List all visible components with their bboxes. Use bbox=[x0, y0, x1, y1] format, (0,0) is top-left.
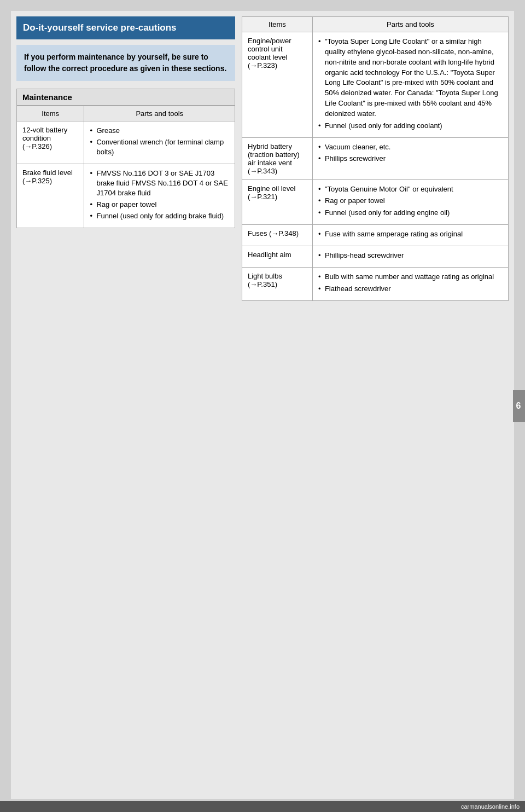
left-maintenance-table: Items Parts and tools 12-volt battery co… bbox=[16, 106, 235, 228]
table-row: FMVSS No.116 DOT 3 or SAE J1703 brake fl… bbox=[84, 164, 235, 228]
table-row: Engine/power control unit coolant level … bbox=[242, 32, 313, 138]
left-col2-header: Parts and tools bbox=[84, 106, 235, 121]
notice-text: If you perform maintenance by yourself, … bbox=[16, 45, 235, 81]
table-row: Fuse with same amperage rating as origin… bbox=[312, 225, 508, 246]
left-col1-header: Items bbox=[17, 106, 84, 121]
table-row: Light bulbs (→P.351) bbox=[242, 267, 313, 300]
section-title: Do-it-yourself service pre-cautions bbox=[16, 16, 235, 39]
table-row: Headlight aim bbox=[242, 246, 313, 267]
table-row: Bulb with same number and wattage rating… bbox=[312, 267, 508, 300]
right-col1-header: Items bbox=[242, 17, 313, 32]
section-number: 6 bbox=[513, 390, 525, 422]
right-col2-header: Parts and tools bbox=[312, 17, 508, 32]
table-row: "Toyota Genuine Motor Oil" or equivalent… bbox=[312, 179, 508, 225]
table-row: Brake fluid level (→P.325) bbox=[17, 164, 84, 228]
right-maintenance-table: Items Parts and tools Engine/power contr… bbox=[242, 16, 509, 301]
table-row: GreaseConventional wrench (for terminal … bbox=[84, 121, 235, 164]
table-row: Vacuum cleaner, etc.Phillips screwdriver bbox=[312, 137, 508, 179]
table-row: "Toyota Super Long Life Coolant" or a si… bbox=[312, 32, 508, 138]
table-row: Engine oil level (→P.321) bbox=[242, 179, 313, 225]
table-row: Hybrid battery (traction battery) air in… bbox=[242, 137, 313, 179]
table-row: Fuses (→P.348) bbox=[242, 225, 313, 246]
maintenance-heading: Maintenance bbox=[16, 89, 235, 106]
footer-text: carmanualsonline.info bbox=[0, 801, 525, 812]
table-row: 12-volt battery condition (→P.326) bbox=[17, 121, 84, 164]
table-row: Phillips-head screwdriver bbox=[312, 246, 508, 267]
